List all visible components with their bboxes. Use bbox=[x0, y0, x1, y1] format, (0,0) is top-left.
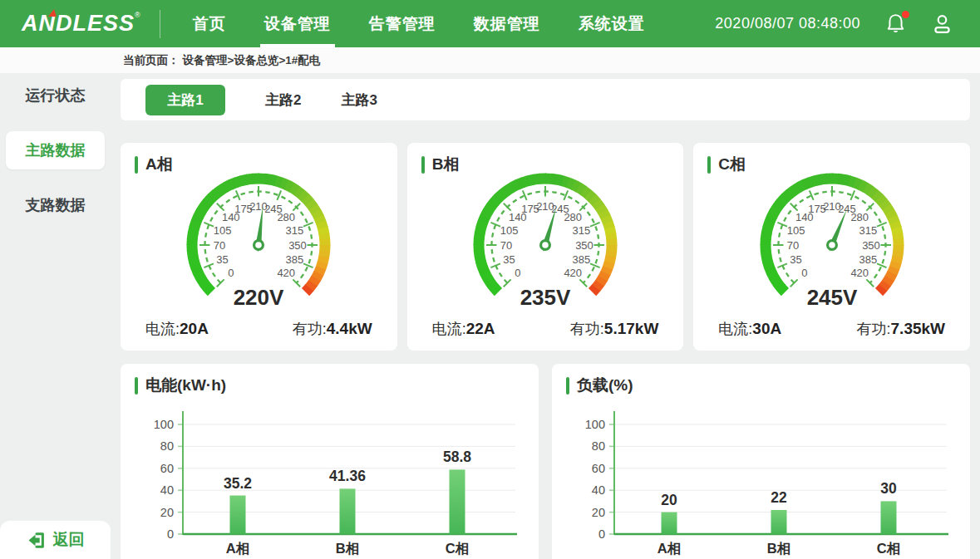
stat-label: 电流: bbox=[432, 321, 466, 337]
header-divider bbox=[160, 10, 160, 38]
nav-item-data-management[interactable]: 数据管理 bbox=[455, 0, 559, 47]
svg-text:105: 105 bbox=[786, 224, 805, 237]
tab-main-circuit-3[interactable]: 主路3 bbox=[341, 91, 377, 110]
brand-logo: ANDLESS® bbox=[22, 11, 141, 37]
svg-text:385: 385 bbox=[859, 253, 877, 266]
svg-text:315: 315 bbox=[286, 224, 304, 237]
person-icon bbox=[931, 12, 953, 35]
gauge-card-phase-a: A相 0357010514017521024528031535038542022… bbox=[121, 143, 397, 351]
svg-text:280: 280 bbox=[850, 211, 869, 223]
stat-value: 30A bbox=[752, 320, 781, 337]
nav-item-device-management[interactable]: 设备管理 bbox=[245, 0, 350, 47]
svg-text:385: 385 bbox=[573, 253, 591, 266]
svg-text:100: 100 bbox=[153, 418, 173, 431]
voltage-gauge-phase-a: 03570105140175210245280315350385420220V bbox=[163, 172, 354, 315]
svg-text:B相: B相 bbox=[335, 541, 358, 556]
nav-label: 数据管理 bbox=[474, 13, 540, 35]
top-navbar: ANDLESS® 首页 设备管理 告警管理 数据管理 系统设置 2020/08/… bbox=[0, 0, 980, 47]
svg-text:41.36: 41.36 bbox=[329, 468, 366, 484]
stat-value: 7.35kW bbox=[891, 320, 945, 337]
svg-text:80: 80 bbox=[591, 439, 604, 453]
svg-text:22: 22 bbox=[771, 489, 787, 506]
gauge-card-phase-c: C相 0357010514017521024528031535038542024… bbox=[693, 143, 970, 351]
active-power-stat: 有功:4.4kW bbox=[293, 319, 372, 339]
stat-label: 有功: bbox=[293, 321, 327, 337]
card-title: A相 bbox=[145, 154, 173, 175]
svg-text:C相: C相 bbox=[876, 541, 899, 556]
svg-text:C相: C相 bbox=[445, 541, 468, 556]
header-right: 2020/08/07 08:48:00 bbox=[715, 12, 953, 35]
card-head: 负载(%) bbox=[566, 375, 970, 396]
svg-text:235V: 235V bbox=[520, 285, 571, 310]
sidebar-item-main-circuit-data[interactable]: 主路数据 bbox=[6, 131, 105, 169]
svg-text:20: 20 bbox=[160, 506, 173, 519]
nav-item-alarm-management[interactable]: 告警管理 bbox=[350, 0, 455, 47]
svg-text:420: 420 bbox=[278, 267, 296, 279]
svg-text:0: 0 bbox=[801, 267, 807, 279]
svg-text:35: 35 bbox=[217, 253, 229, 266]
current-stat: 电流:20A bbox=[145, 319, 209, 339]
svg-text:100: 100 bbox=[584, 418, 604, 431]
svg-text:40: 40 bbox=[160, 483, 173, 497]
datetime-display: 2020/08/07 08:48:00 bbox=[715, 15, 860, 32]
svg-text:280: 280 bbox=[278, 211, 296, 223]
back-button[interactable]: 返回 bbox=[0, 521, 111, 559]
stat-label: 电流: bbox=[718, 321, 752, 337]
svg-text:280: 280 bbox=[564, 211, 582, 223]
title-accent-bar bbox=[421, 156, 425, 174]
active-power-stat: 有功:7.35kW bbox=[857, 319, 946, 339]
svg-text:58.8: 58.8 bbox=[442, 449, 470, 465]
circuit-tab-bar: 主路1 主路2 主路3 bbox=[121, 79, 970, 120]
svg-text:80: 80 bbox=[160, 439, 173, 453]
svg-text:20: 20 bbox=[661, 492, 677, 508]
title-accent-bar bbox=[135, 156, 138, 174]
nav-item-home[interactable]: 首页 bbox=[174, 0, 245, 47]
stat-label: 有功: bbox=[857, 321, 891, 337]
svg-text:105: 105 bbox=[500, 224, 519, 237]
svg-text:420: 420 bbox=[850, 267, 869, 279]
svg-text:315: 315 bbox=[859, 224, 877, 237]
gauge-stats: 电流:20A 有功:4.4kW bbox=[121, 319, 397, 339]
svg-text:350: 350 bbox=[575, 239, 593, 252]
active-power-stat: 有功:5.17kW bbox=[570, 319, 659, 339]
chart-card-load: 负载(%) 02040608010020A相22B相30C相 bbox=[552, 364, 970, 559]
voltage-gauge-phase-b: 03570105140175210245280315350385420235V bbox=[450, 172, 641, 315]
title-accent-bar bbox=[707, 156, 711, 174]
voltage-gauge-phase-c: 03570105140175210245280315350385420245V bbox=[736, 172, 928, 315]
page-body: 运行状态 主路数据 支路数据 返回 主路1 主路2 主路3 A相 0357 bbox=[0, 73, 980, 559]
svg-text:35.2: 35.2 bbox=[223, 475, 251, 492]
svg-text:70: 70 bbox=[214, 239, 225, 252]
svg-text:35: 35 bbox=[790, 253, 801, 266]
energy-bar-chart: 02040608010035.2A相41.36B相58.8C相 bbox=[135, 400, 525, 559]
tab-main-circuit-1[interactable]: 主路1 bbox=[145, 85, 225, 115]
svg-text:A相: A相 bbox=[657, 541, 680, 556]
svg-text:60: 60 bbox=[591, 462, 604, 475]
nav-item-system-settings[interactable]: 系统设置 bbox=[559, 0, 664, 47]
svg-text:105: 105 bbox=[214, 224, 232, 237]
stat-value: 4.4kW bbox=[327, 320, 372, 337]
gauges-row: A相 0357010514017521024528031535038542022… bbox=[121, 143, 970, 351]
nav-label: 系统设置 bbox=[579, 13, 645, 35]
sidebar-item-branch-circuit-data[interactable]: 支路数据 bbox=[6, 186, 105, 224]
gauge-stats: 电流:22A 有功:5.17kW bbox=[407, 319, 684, 339]
svg-text:20: 20 bbox=[591, 506, 604, 519]
card-title: 电能(kW·h) bbox=[145, 375, 226, 396]
sidebar-item-running-status[interactable]: 运行状态 bbox=[6, 76, 105, 115]
card-title: 负载(%) bbox=[577, 375, 633, 396]
svg-text:B相: B相 bbox=[766, 541, 790, 556]
nav-label: 告警管理 bbox=[369, 13, 436, 35]
current-stat: 电流:22A bbox=[432, 319, 495, 339]
stat-value: 5.17kW bbox=[604, 320, 658, 337]
tab-main-circuit-2[interactable]: 主路2 bbox=[265, 91, 301, 110]
gauge-stats: 电流:30A 有功:7.35kW bbox=[693, 319, 970, 339]
left-sidebar: 运行状态 主路数据 支路数据 返回 bbox=[0, 73, 111, 559]
back-arrow-icon bbox=[27, 531, 46, 550]
svg-text:350: 350 bbox=[288, 239, 307, 252]
notification-bell-icon[interactable] bbox=[885, 12, 906, 35]
svg-text:245V: 245V bbox=[806, 285, 857, 310]
user-profile-icon[interactable] bbox=[931, 12, 953, 35]
svg-text:0: 0 bbox=[166, 527, 173, 541]
svg-text:40: 40 bbox=[591, 483, 604, 497]
svg-text:35: 35 bbox=[503, 253, 515, 266]
stat-label: 有功: bbox=[570, 321, 604, 337]
